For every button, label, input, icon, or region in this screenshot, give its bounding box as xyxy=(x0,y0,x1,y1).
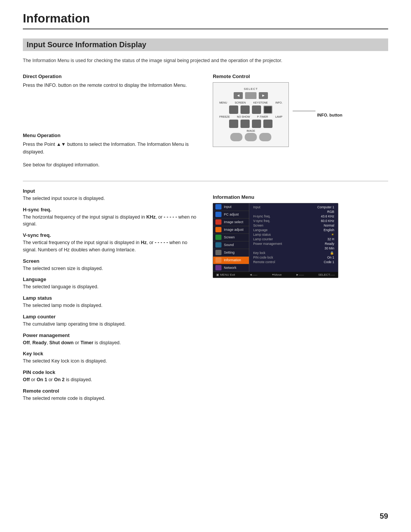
menu-item-imageadjust: Image adjust xyxy=(213,226,249,234)
lamp-status-block: Lamp status The selected lamp mode is di… xyxy=(23,295,201,309)
info-label: INFO. xyxy=(275,101,282,104)
oval-btn-3[interactable] xyxy=(259,133,271,141)
menu-item-sound: Sound xyxy=(213,241,249,249)
bottom-two-col: Input The selected input source is displ… xyxy=(23,188,388,407)
exit-label: ▣ MENU Exit xyxy=(216,273,235,276)
info-menu-label: Information Menu xyxy=(213,194,388,200)
pin-code-lock-desc: Off or On 1 or On 2 is displayed. xyxy=(23,376,201,383)
hsync-desc: The horizontal frequency of the input si… xyxy=(23,214,201,228)
remote-diagram: SELECT ◄ ► MENU SCREEN KEYSTONE IN xyxy=(213,82,388,147)
menu-imageselect-label: Image select xyxy=(224,220,250,224)
direct-operation-title: Direct Operation xyxy=(23,73,201,79)
screen-btn[interactable] xyxy=(241,105,250,114)
two-col-layout: Direct Operation Press the INFO. button … xyxy=(23,73,388,174)
screen-block: Screen The selected screen size is displ… xyxy=(23,258,201,272)
left-arrow-btn[interactable]: ◄ xyxy=(234,92,243,99)
vsync-title: V-sync freq. xyxy=(23,232,201,238)
menu-label: MENU xyxy=(219,101,227,104)
oval-btn-2[interactable] xyxy=(245,133,257,141)
remote-control-label: Remote Control xyxy=(213,73,388,79)
round-buttons-row1 xyxy=(219,105,282,114)
ptimer-btn[interactable] xyxy=(252,120,261,128)
menu-item-screen: Screen xyxy=(213,234,249,241)
menu-bottom-bar: ▣ MENU Exit ◄----- ✦Move ►----- SELECT--… xyxy=(213,272,338,278)
lamp-label: LAMP xyxy=(275,115,282,118)
select-btn-center[interactable] xyxy=(245,92,256,99)
setting-icon xyxy=(215,250,221,255)
menu-item-setting: Setting xyxy=(213,249,249,257)
menu-operation-text: Press the Point ▲▼ buttons to select the… xyxy=(23,141,201,156)
menu-operation-title: Menu Operation xyxy=(23,133,201,138)
remote-control-field-title: Remote control xyxy=(23,388,201,394)
detail-row-input2: RGB xyxy=(252,209,336,214)
input-desc: The selected input source is displayed. xyxy=(23,195,201,202)
info-menu-area: Information Menu Input xyxy=(213,194,388,278)
menu-labels-row: MENU SCREEN KEYSTONE INFO. xyxy=(219,101,282,104)
oval-btn-1[interactable] xyxy=(230,133,242,141)
lamp-counter-title: Lamp counter xyxy=(23,314,201,320)
page-number: 59 xyxy=(380,512,388,521)
key-lock-title: Key lock xyxy=(23,351,201,356)
select-label: SELECT----- xyxy=(318,273,335,276)
select-label: SELECT xyxy=(219,87,282,91)
menu-screen-label: Screen xyxy=(224,235,250,239)
right-column: Remote Control SELECT ◄ ► xyxy=(213,73,388,174)
menu-item-imageselect: Image select xyxy=(213,219,249,226)
freeze-labels-row: FREEZE NO SHOW P-TIMER LAMP xyxy=(219,115,282,118)
freeze-btn[interactable] xyxy=(229,120,238,128)
remote-control-area: Remote Control SELECT ◄ ► xyxy=(213,73,388,147)
input-title: Input xyxy=(23,188,201,194)
see-below-text: See below for displayed information. xyxy=(23,161,201,169)
imageadjust-icon xyxy=(215,227,221,232)
menu-body: Input PC adjust Image select xyxy=(213,203,338,272)
section-title: Input Source Information Display xyxy=(23,38,388,51)
screen-label: SCREEN xyxy=(235,101,246,104)
menu-setting-label: Setting xyxy=(224,251,250,254)
detail-row-input: Input Computer 1 xyxy=(252,205,336,209)
menu-imageadjust-label: Image adjust xyxy=(224,228,250,232)
menu-pcadjust-label: PC adjust xyxy=(224,212,250,216)
power-management-title: Power management xyxy=(23,332,201,338)
round-buttons-row2 xyxy=(219,120,282,128)
move-label: ✦Move xyxy=(272,273,282,276)
detail-row-pin: PIN code lock On 1 xyxy=(252,255,336,260)
pin-code-lock-title: PIN code lock xyxy=(23,369,201,375)
screen-title: Screen xyxy=(23,258,201,264)
noshow-btn[interactable] xyxy=(241,120,250,128)
detail-row-vsync: V-sync freq. 60.0 KHz xyxy=(252,219,336,223)
direct-operation-text: Press the INFO. button on the remote con… xyxy=(23,81,201,89)
left-fields-col: Input The selected input source is displ… xyxy=(23,188,213,407)
menu-btn[interactable] xyxy=(229,105,238,114)
menu-sound-label: Sound xyxy=(224,243,250,247)
lamp-btn[interactable] xyxy=(263,120,272,128)
image-label: IMAGE xyxy=(219,129,282,132)
detail-row-keylock: Key lock 🔒 xyxy=(252,251,336,255)
detail-row-lamp-counter: Lamp counter 32 H xyxy=(252,237,336,241)
menu-list: Input PC adjust Image select xyxy=(213,203,249,272)
keystone-label: KEYSTONE xyxy=(253,101,268,104)
detail-row-hsync: H-sync freq. 43.6 KHz xyxy=(252,214,336,219)
lamp-status-desc: The selected lamp mode is displayed. xyxy=(23,302,201,309)
lamp-counter-desc: The cumulative lamp operating time is di… xyxy=(23,321,201,328)
menu-input-label: Input xyxy=(224,205,250,209)
language-block: Language The selected language is displa… xyxy=(23,276,201,291)
keystone-btn[interactable] xyxy=(252,105,261,114)
menu-network-label: Network xyxy=(224,266,250,270)
detail-row-lamp-status: Lamp status ☀ xyxy=(252,232,336,237)
pin-code-lock-block: PIN code lock Off or On 1 or On 2 is dis… xyxy=(23,369,201,383)
detail-row-power-timer: 30 Min xyxy=(252,246,336,251)
freeze-label: FREEZE xyxy=(219,115,230,118)
page-title: Information xyxy=(23,11,388,29)
info-btn[interactable] xyxy=(263,105,272,114)
menu-information-label: Information xyxy=(224,258,250,262)
left-column: Direct Operation Press the INFO. button … xyxy=(23,73,213,174)
menu-item-pcadjust: PC adjust xyxy=(213,211,249,219)
right-arrow-btn[interactable]: ► xyxy=(259,92,268,99)
info-button-label: INFO. button xyxy=(317,113,342,117)
network-icon xyxy=(215,265,221,270)
right-menu-col: Information Menu Input xyxy=(213,188,388,407)
oval-buttons-row xyxy=(219,133,282,141)
detail-panel: Input Computer 1 RGB H-sync freq. 43.6 K… xyxy=(249,203,338,272)
language-desc: The selected language is displayed. xyxy=(23,283,201,291)
key-lock-desc: The selected Key lock icon is displayed. xyxy=(23,358,201,365)
